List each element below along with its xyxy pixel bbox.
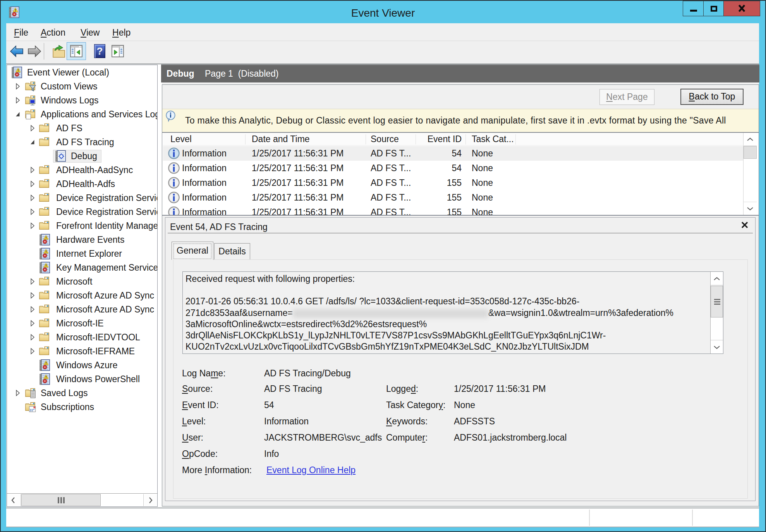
- svg-text:?: ?: [97, 45, 103, 57]
